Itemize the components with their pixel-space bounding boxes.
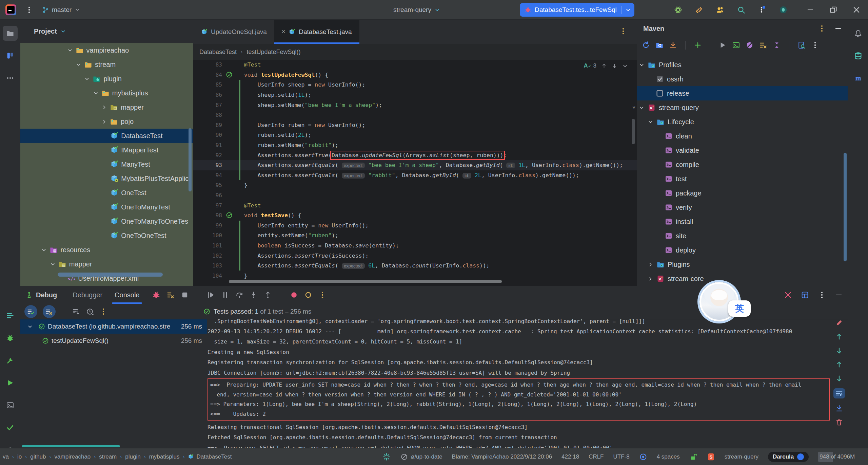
status-widget[interactable]: CRLF (589, 453, 604, 460)
code-line[interactable]: 100 entity.setName("ruben"); (193, 230, 637, 241)
code-line[interactable]: 90 ruben.setId(2L); (193, 130, 637, 140)
minimize-window-button[interactable] (806, 6, 814, 14)
editor-tab[interactable]: UpdateOneSql.java (193, 20, 274, 44)
status-widget[interactable]: S (707, 453, 715, 461)
status-breadcrumb-item[interactable]: mybatisplus (149, 453, 180, 460)
tree-chevron-icon[interactable] (648, 119, 653, 125)
maven-options-kebab-icon[interactable] (818, 24, 826, 33)
console-output[interactable]: .SpringBootTestWebEnvironment@0], contex… (208, 316, 830, 445)
editor-hscrollbar[interactable] (229, 280, 502, 283)
avatar-icon[interactable] (779, 6, 787, 14)
tree-item[interactable]: vampireachao (20, 43, 193, 57)
kebab-icon[interactable] (811, 41, 819, 49)
tree-item[interactable]: pojo (20, 114, 193, 129)
code-line[interactable]: 85 UserInfo sheep = new UserInfo(); (193, 80, 637, 90)
maven-tree-item[interactable]: release (637, 86, 848, 100)
breadcrumb-item[interactable]: testUpdateFewSql() (246, 49, 300, 56)
tree-chevron-icon[interactable] (101, 105, 107, 110)
project-folder-icon[interactable] (3, 26, 18, 41)
mute-goals-icon[interactable] (166, 291, 175, 299)
refresh-icon[interactable] (642, 41, 650, 49)
status-widget[interactable]: 4 spaces (657, 453, 680, 460)
tree-item[interactable]: resources (20, 243, 193, 257)
unlock-icon[interactable] (689, 453, 697, 461)
maven-tree-item[interactable]: vstream-query (637, 100, 848, 115)
tree-item[interactable]: IMapperTest (20, 143, 193, 157)
step-over-icon[interactable] (235, 291, 243, 299)
editor-scrollbar[interactable] (632, 119, 635, 144)
soft-wrap-icon[interactable] (833, 388, 845, 398)
code-line[interactable]: 98 void testSave() { (193, 210, 637, 221)
status-breadcrumb-item[interactable]: va (3, 453, 9, 460)
theme-toggle[interactable] (797, 453, 804, 460)
maven-scrollbar[interactable] (844, 153, 847, 261)
code-line[interactable]: 84 void testUpdateFewSql() { (193, 70, 637, 80)
breadcrumb-item[interactable]: DatabaseTest (199, 49, 237, 56)
tree-item[interactable]: mapper (20, 257, 193, 271)
code-line[interactable]: 89 UserInfo ruben = new UserInfo(); (193, 120, 637, 130)
status-widget[interactable]: Blame: VampireAchao 2022/9/12 20:06 (452, 453, 552, 460)
more-icon[interactable] (3, 71, 18, 86)
project-selector[interactable]: stream-query (393, 6, 440, 14)
search-icon[interactable] (737, 6, 745, 14)
maven-tree-item[interactable]: install (637, 215, 848, 229)
tree-item[interactable]: OneToManyToOneTes (20, 214, 193, 228)
test-tree-item[interactable]: DatabaseTest (io.github.vampireachao.str… (20, 319, 207, 334)
code-editor[interactable]: 83 @Test84 void testUpdateFewSql() {85 U… (193, 60, 637, 286)
spinner-icon[interactable] (382, 453, 391, 461)
status-widget[interactable]: UTF-8 (613, 453, 630, 460)
tree-item[interactable]: OneTest (20, 186, 193, 200)
chevron-down-icon[interactable] (60, 29, 66, 34)
code-line[interactable]: 97 @Test (193, 200, 637, 210)
next-problem-icon[interactable] (612, 63, 617, 69)
history-icon[interactable] (86, 308, 94, 316)
tree-chevron-icon[interactable] (76, 62, 81, 68)
eye-icon[interactable] (639, 453, 647, 461)
tools-icon[interactable] (695, 6, 703, 14)
tree-item[interactable]: mybatisplus (20, 86, 193, 100)
maven-tree-item[interactable]: clean (637, 129, 848, 143)
atom-icon[interactable] (674, 6, 682, 14)
close-red-icon[interactable] (784, 291, 792, 299)
editor-tab[interactable]: ×DatabaseTest.java (274, 20, 359, 44)
tree-chevron-icon[interactable] (67, 48, 73, 53)
status-widget[interactable]: 422:18 (561, 453, 579, 460)
status-widget[interactable]: stream-query (725, 453, 758, 460)
maven-tree-item[interactable]: deploy (637, 243, 848, 257)
code-line[interactable]: 86 sheep.setId(1L); (193, 90, 637, 100)
code-line[interactable]: 102 Assertions.assertTrue(isSuccess); (193, 250, 637, 261)
tree-item[interactable]: plugin (20, 72, 193, 86)
tree-chevron-icon[interactable] (84, 76, 90, 82)
status-breadcrumb-item[interactable]: DatabaseTest (196, 453, 232, 460)
project-panel-title[interactable]: Project (34, 27, 57, 35)
bug-icon[interactable] (152, 291, 160, 299)
checkbox-on-icon[interactable] (656, 75, 664, 83)
breadcrumb[interactable]: DatabaseTest›testUpdateFewSql() (193, 44, 637, 60)
memory-indicator[interactable]: 948 of 4096M (818, 452, 856, 462)
status-widget[interactable]: ø/up-to-date (400, 453, 442, 461)
status-breadcrumb-item[interactable]: vampireachao (55, 453, 91, 460)
tree-chevron-icon[interactable] (648, 262, 653, 267)
maven-tree-item[interactable]: verify (637, 200, 848, 215)
oslash-icon[interactable] (400, 453, 408, 461)
up-stack-icon[interactable] (835, 333, 843, 341)
maven-tree-item[interactable]: Profiles (637, 58, 848, 72)
breakpoint-ring-icon[interactable] (304, 291, 312, 299)
maven-m-icon[interactable]: m (851, 71, 866, 86)
green-check-icon[interactable] (3, 420, 18, 435)
status-breadcrumb-item[interactable]: plugin (125, 453, 140, 460)
code-line[interactable]: 104 } (193, 271, 637, 281)
status-breadcrumb-item[interactable]: io (17, 453, 22, 460)
translation-bubble[interactable]: 英 (728, 300, 751, 317)
pause-icon[interactable] (221, 291, 229, 299)
code-line[interactable]: 94 Assertions.assertEquals( expected: "r… (193, 170, 637, 181)
tree-chevron-icon[interactable] (93, 90, 99, 96)
green-bug-icon[interactable] (3, 331, 18, 346)
kebab-yellow-icon[interactable] (318, 291, 327, 299)
tree-item[interactable]: mapper (20, 100, 193, 114)
doc-search-icon[interactable] (797, 41, 806, 49)
database-icon[interactable] (851, 48, 866, 63)
run-gray-icon[interactable] (718, 41, 727, 49)
code-line[interactable]: 91 ruben.setName("rabbit"); (193, 140, 637, 150)
run-configuration-button[interactable]: DatabaseTest.tes...teFewSql (520, 3, 634, 17)
